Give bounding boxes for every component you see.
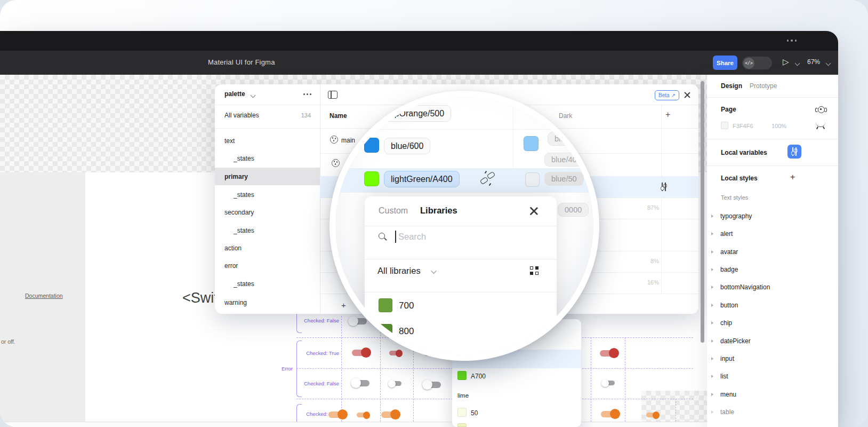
tab-libraries[interactable]: Libraries: [420, 205, 457, 216]
color-variable-icon: [330, 136, 338, 144]
switch-toggle[interactable]: [351, 347, 371, 358]
all-variables-item[interactable]: All variables: [224, 112, 259, 119]
text-style-menu[interactable]: menu: [707, 385, 838, 403]
text-style-typography[interactable]: typography: [707, 207, 838, 225]
switch-toggle[interactable]: [602, 379, 615, 387]
grid-view-icon[interactable]: [530, 266, 539, 275]
magnifier-circle: deepOrange/500 blue/600 lightGreen/A400 …: [329, 91, 599, 361]
opacity-value: 87%: [638, 204, 659, 211]
variable-chip[interactable]: blue/600: [384, 138, 430, 154]
switch-toggle[interactable]: [356, 411, 369, 419]
text-style-bottomNavigation[interactable]: bottomNavigation: [707, 278, 838, 296]
text-style-avatar[interactable]: avatar: [707, 243, 838, 260]
library-item-700[interactable]: 700: [399, 301, 414, 311]
color-swatch[interactable]: [525, 172, 540, 187]
library-filter-dropdown[interactable]: All libraries: [377, 266, 421, 276]
text-style-chip[interactable]: chip: [707, 314, 838, 331]
group-item-states[interactable]: _states: [215, 149, 320, 167]
caret-right-icon: [711, 321, 713, 325]
hide-eye-icon[interactable]: [816, 121, 825, 127]
column-header-dark: Dark: [559, 112, 572, 120]
detach-link-icon[interactable]: [480, 171, 495, 186]
group-item-states[interactable]: _states: [215, 222, 320, 239]
documentation-link[interactable]: Documentation: [25, 292, 63, 299]
zoom-level[interactable]: 67%: [807, 58, 820, 66]
color-swatch[interactable]: [524, 136, 539, 151]
open-variables-button[interactable]: [787, 145, 801, 159]
library-item-50[interactable]: 50: [471, 409, 478, 417]
group-item-primary[interactable]: primary: [215, 168, 320, 185]
window-menu-icon[interactable]: [787, 39, 797, 42]
color-swatch: [457, 371, 467, 380]
chevron-down-icon[interactable]: [795, 61, 800, 66]
add-mode-button[interactable]: +: [665, 110, 670, 120]
group-item-states[interactable]: _states: [215, 186, 320, 203]
more-menu-icon[interactable]: [303, 93, 311, 95]
tab-custom[interactable]: Custom: [379, 206, 408, 216]
add-style-button[interactable]: +: [790, 172, 795, 182]
group-item-text[interactable]: text: [215, 132, 320, 149]
text-style-input[interactable]: input: [707, 350, 838, 367]
caret-right-icon: [711, 357, 713, 360]
library-group-lime: lime: [457, 392, 469, 399]
group-item-secondary[interactable]: secondary: [215, 203, 320, 221]
text-style-badge[interactable]: badge: [707, 260, 838, 278]
group-bracket-error: [296, 341, 302, 397]
add-variable-button[interactable]: +: [341, 301, 346, 310]
switch-toggle[interactable]: [600, 409, 620, 420]
page-color-value[interactable]: F3F4F6: [733, 123, 753, 129]
color-swatch[interactable]: [364, 138, 379, 153]
page-opacity-value[interactable]: 100%: [771, 123, 786, 129]
tab-prototype[interactable]: Prototype: [750, 82, 777, 90]
search-input[interactable]: Search: [398, 232, 426, 242]
row-adjust-icon[interactable]: [660, 183, 668, 191]
close-icon[interactable]: [684, 91, 691, 99]
beta-badge[interactable]: Beta↗: [655, 90, 679, 100]
window-titlebar: [0, 31, 838, 51]
opacity-value: 16%: [638, 279, 659, 286]
switch-toggle[interactable]: [389, 379, 402, 388]
file-title[interactable]: Material UI for Figma: [208, 58, 275, 66]
text-style-alert[interactable]: alert: [707, 225, 838, 242]
color-swatch: [457, 423, 467, 427]
variant-label: Checked: False: [304, 381, 339, 386]
toggle-sidebar-icon[interactable]: [328, 91, 337, 99]
collection-selector[interactable]: palette: [224, 90, 245, 98]
library-item-a700[interactable]: A700: [471, 373, 486, 380]
page-settings-icon[interactable]: [816, 106, 826, 113]
selected-variable-chip[interactable]: lightGreen/A400: [384, 171, 460, 187]
tab-design[interactable]: Design: [721, 82, 742, 90]
variable-chip-dark[interactable]: blue/50: [544, 172, 584, 186]
share-button[interactable]: Share: [713, 56, 737, 70]
dev-mode-toggle[interactable]: </>: [742, 57, 772, 69]
text-style-button[interactable]: button: [707, 296, 838, 314]
group-item-states[interactable]: _states: [215, 275, 320, 292]
color-swatch[interactable]: [364, 171, 379, 186]
switch-toggle[interactable]: [646, 411, 659, 419]
library-item-800[interactable]: 800: [399, 326, 414, 337]
switch-toggle[interactable]: [423, 379, 442, 390]
page-color-swatch[interactable]: [721, 122, 728, 129]
switch-toggle[interactable]: [328, 409, 347, 420]
chevron-down-icon[interactable]: [826, 61, 831, 66]
variables-sidebar: palette All variables 134 text _states p…: [215, 84, 320, 314]
code-icon: </>: [743, 58, 754, 69]
switch-toggle[interactable]: [389, 349, 402, 357]
variant-label: Checked: True: [304, 350, 339, 356]
close-icon[interactable]: [529, 206, 539, 216]
switch-toggle[interactable]: [599, 348, 618, 359]
group-item-action[interactable]: action: [215, 239, 320, 257]
text-style-table[interactable]: table: [707, 403, 838, 421]
group-item-error[interactable]: error: [215, 257, 320, 274]
variable-name[interactable]: main: [341, 137, 355, 144]
color-swatch: [379, 298, 392, 312]
switch-toggle[interactable]: [381, 409, 400, 420]
text-style-list[interactable]: list: [707, 367, 838, 385]
switch-toggle[interactable]: [351, 378, 371, 389]
color-variable-icon: [332, 159, 340, 167]
group-item-warning[interactable]: warning: [215, 294, 320, 311]
present-play-icon[interactable]: ▷: [783, 57, 789, 67]
canvas-scrollbar[interactable]: [701, 81, 704, 343]
variable-chip-fragment: 0000: [558, 203, 589, 217]
text-style-datePicker[interactable]: datePicker: [707, 332, 838, 350]
